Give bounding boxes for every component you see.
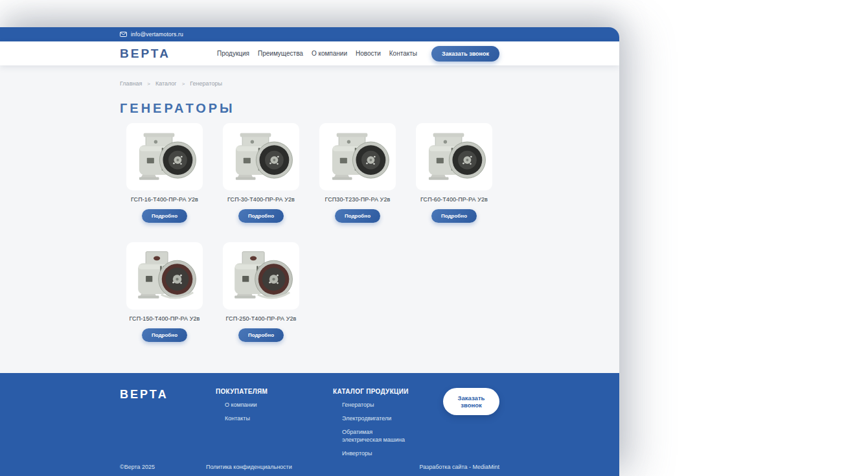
footer-link-reversible-machine[interactable]: Обратимая электрическая машина	[333, 428, 409, 444]
breadcrumb-home[interactable]: Главная	[120, 80, 142, 87]
site-window: info@vertamotors.ru ВЕРТА Продукция Преи…	[0, 27, 619, 476]
email-link[interactable]: info@vertamotors.ru	[120, 31, 499, 38]
footer-column-catalog: КАТАЛОГ ПРОДУКЦИИ Генераторы Электродвиг…	[333, 388, 443, 457]
main-content: Главная > Каталог > Генераторы ГЕНЕРАТОР…	[120, 80, 499, 342]
details-button[interactable]: Подробно	[238, 328, 284, 342]
generator-image	[228, 247, 294, 304]
footer-logo[interactable]: ВЕРТА	[120, 388, 216, 402]
details-button[interactable]: Подробно	[238, 209, 284, 223]
product-card: ГСП-60-Т400-ПР-РА У2в Подробно	[416, 123, 492, 223]
order-call-button[interactable]: Заказать звонок	[431, 46, 499, 62]
nav-item-contacts[interactable]: Контакты	[389, 50, 417, 57]
privacy-policy-link[interactable]: Политика конфиденциальности	[206, 464, 419, 470]
footer-link-contacts[interactable]: Контакты	[216, 414, 293, 422]
product-image-box[interactable]	[126, 242, 203, 310]
breadcrumb: Главная > Каталог > Генераторы	[120, 80, 499, 87]
logo[interactable]: ВЕРТА	[120, 47, 170, 61]
details-button[interactable]: Подробно	[142, 209, 187, 223]
site-header: ВЕРТА Продукция Преимущества О компании …	[0, 41, 619, 65]
footer-link-motors[interactable]: Электродвигатели	[333, 414, 409, 422]
product-card: ГСП-30-Т400-ПР-РА У2в Подробно	[223, 123, 299, 223]
product-image-box[interactable]	[416, 123, 492, 190]
product-card: ГСП30-Т230-ПР-РА У2в Подробно	[319, 123, 396, 223]
product-card: ГСП-250-Т400-ПР-РА У2в Подробно	[223, 242, 299, 342]
generator-image	[228, 128, 294, 185]
page-title: ГЕНЕРАТОРЫ	[120, 102, 499, 115]
product-name: ГСП-30-Т400-ПР-РА У2в	[223, 196, 299, 203]
footer-link-generators[interactable]: Генераторы	[333, 401, 409, 409]
footer-heading: КАТАЛОГ ПРОДУКЦИИ	[333, 388, 443, 395]
product-grid: ГСП-16-Т400-ПР-РА У2в Подробно ГСП-30-Т4…	[126, 123, 499, 342]
details-button[interactable]: Подробно	[142, 328, 187, 342]
product-image-box[interactable]	[319, 123, 396, 190]
breadcrumb-catalog[interactable]: Каталог	[155, 80, 177, 87]
generator-image	[325, 128, 391, 185]
product-name: ГСП-250-Т400-ПР-РА У2в	[223, 315, 299, 322]
footer-link-inverters[interactable]: Инверторы	[333, 449, 409, 457]
product-card: ГСП-16-Т400-ПР-РА У2в Подробно	[126, 123, 203, 223]
product-image-box[interactable]	[223, 242, 299, 310]
product-name: ГСП-60-Т400-ПР-РА У2в	[416, 196, 492, 203]
breadcrumb-separator: >	[147, 80, 150, 87]
envelope-icon	[120, 32, 127, 37]
breadcrumb-separator: >	[182, 80, 185, 87]
details-button[interactable]: Подробно	[431, 209, 477, 223]
generator-image	[421, 128, 487, 185]
breadcrumb-current: Генераторы	[190, 80, 222, 87]
top-contact-bar: info@vertamotors.ru	[0, 27, 619, 41]
generator-image	[131, 247, 198, 304]
nav-item-news[interactable]: Новости	[356, 50, 381, 57]
footer-link-about[interactable]: О компании	[216, 401, 293, 409]
page-canvas: info@vertamotors.ru ВЕРТА Продукция Преи…	[0, 0, 868, 476]
product-name: ГСП-150-Т400-ПР-РА У2в	[126, 315, 203, 322]
product-name: ГСП-16-Т400-ПР-РА У2в	[126, 196, 203, 203]
main-nav: Продукция Преимущества О компании Новост…	[217, 50, 417, 57]
product-image-box[interactable]	[126, 123, 203, 190]
nav-item-about[interactable]: О компании	[312, 50, 347, 57]
footer-order-call-button[interactable]: Заказать звонок	[443, 388, 499, 415]
nav-item-products[interactable]: Продукция	[217, 50, 249, 57]
product-name: ГСП30-Т230-ПР-РА У2в	[319, 196, 396, 203]
copyright-text: ©Верта 2025	[120, 464, 206, 470]
details-button[interactable]: Подробно	[335, 209, 380, 223]
product-card: ГСП-150-Т400-ПР-РА У2в Подробно	[126, 242, 203, 342]
footer-heading: ПОКУПАТЕЛЯМ	[216, 388, 333, 395]
generator-image	[131, 128, 198, 185]
product-image-box[interactable]	[223, 123, 299, 190]
email-text: info@vertamotors.ru	[131, 31, 183, 38]
nav-item-advantages[interactable]: Преимущества	[258, 50, 303, 57]
footer-column-buyers: ПОКУПАТЕЛЯМ О компании Контакты	[216, 388, 333, 422]
developer-credit-link[interactable]: Разработка сайта - MediaMint	[419, 464, 499, 470]
site-footer: ВЕРТА ПОКУПАТЕЛЯМ О компании Контакты КА…	[0, 373, 619, 476]
footer-bottom-bar: ©Верта 2025 Политика конфиденциальности …	[0, 464, 619, 470]
